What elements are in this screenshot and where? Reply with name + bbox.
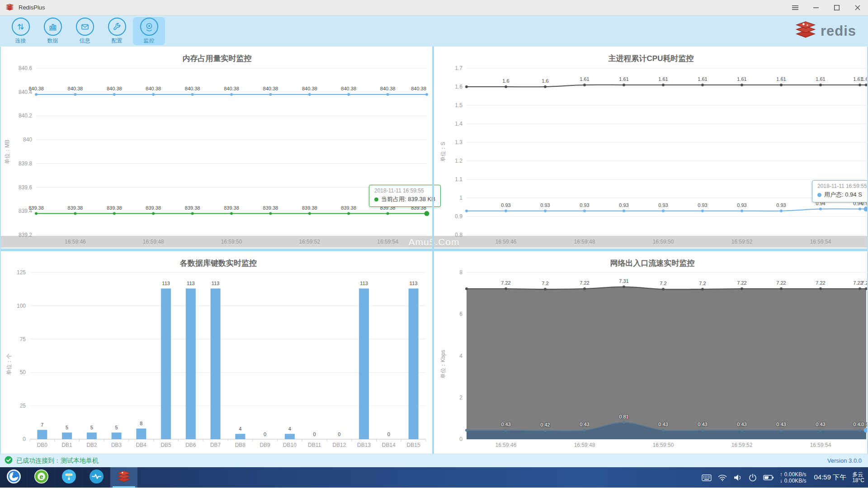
toolbar-button-connect[interactable]: 连接: [5, 17, 37, 45]
svg-text:7.31: 7.31: [619, 278, 628, 284]
clock[interactable]: 04:59 下午: [814, 473, 846, 482]
svg-text:7: 7: [41, 422, 43, 427]
db-keys-chart-panel[interactable]: 各数据库键数实时监控1251007550250单位：个DB07DB15DB25D…: [1, 251, 432, 454]
network-speed[interactable]: ↑0.00KB/s ↓0.00KB/s: [780, 471, 807, 484]
svg-text:16:59:46: 16:59:46: [495, 442, 517, 448]
taskbar-app-system-monitor[interactable]: [83, 467, 110, 488]
cpu-chart-panel[interactable]: 2018-11-11 16:59:55 用户态: 0.94 S 主进程累计CPU…: [434, 47, 867, 249]
svg-text:7.22: 7.22: [737, 280, 746, 286]
close-button[interactable]: [847, 0, 868, 15]
minimize-button[interactable]: [806, 0, 826, 15]
svg-text:5: 5: [115, 425, 118, 430]
toolbar-button-config[interactable]: 配置: [101, 17, 133, 45]
svg-text:839.6: 839.6: [19, 184, 32, 191]
svg-text:1.6: 1.6: [455, 84, 462, 90]
upload-arrow-icon: ↑: [780, 471, 784, 478]
svg-text:DB0: DB0: [37, 442, 48, 448]
svg-text:1.61: 1.61: [698, 76, 707, 82]
svg-text:4: 4: [239, 426, 241, 432]
svg-text:0.93: 0.93: [580, 202, 589, 208]
svg-text:839.38: 839.38: [224, 205, 239, 211]
toolbar-label: 连接: [15, 37, 26, 45]
keyboard-icon[interactable]: [702, 474, 712, 482]
svg-text:0.9: 0.9: [455, 213, 462, 220]
svg-text:16:59:50: 16:59:50: [221, 239, 242, 245]
deepin-launcher-icon: [6, 469, 21, 486]
svg-text:e: e: [39, 473, 43, 480]
toolbar-label: 信息: [80, 37, 90, 45]
svg-text:4: 4: [288, 426, 291, 432]
network-chart-panel[interactable]: 网络出入口流速实时监控86420单位：Kbps16:59:4616:59:481…: [434, 251, 867, 454]
svg-text:113: 113: [162, 281, 170, 286]
taskbar-app-deepin-launcher[interactable]: [0, 467, 27, 488]
svg-text:0.43: 0.43: [580, 422, 589, 427]
svg-text:840.38: 840.38: [263, 86, 278, 91]
battery-icon[interactable]: [763, 474, 774, 481]
svg-text:839.38: 839.38: [302, 205, 317, 211]
svg-text:8: 8: [140, 421, 142, 426]
svg-text:0.43: 0.43: [861, 422, 867, 427]
svg-text:1.61: 1.61: [658, 76, 668, 82]
active-app-indicator: [113, 486, 135, 488]
window-menu-button[interactable]: [785, 0, 806, 15]
svg-text:100: 100: [17, 303, 26, 309]
weather-temperature: 18°C: [852, 478, 864, 483]
svg-text:7.22: 7.22: [501, 280, 510, 286]
taskbar-app-redisplus[interactable]: [110, 467, 137, 488]
svg-text:1.61: 1.61: [861, 76, 867, 82]
toolbar-button-monitor[interactable]: 监控: [133, 17, 165, 45]
system-tray: ↑0.00KB/s ↓0.00KB/s 04:59 下午 多云 18°C: [702, 467, 868, 488]
column-divider: [432, 47, 434, 454]
redis-brand: redis: [795, 15, 856, 47]
svg-text:0.93: 0.93: [698, 202, 707, 208]
maximize-button[interactable]: [826, 0, 847, 15]
svg-text:840.38: 840.38: [224, 86, 239, 91]
svg-text:75: 75: [20, 336, 26, 343]
volume-icon[interactable]: [733, 474, 742, 482]
memory-chart-panel[interactable]: 2018-11-11 16:59:55 当前占用: 839.38 KB 内存占用…: [1, 47, 432, 249]
taskbar-app-file-manager[interactable]: [55, 467, 82, 488]
svg-text:839.8: 839.8: [19, 160, 32, 167]
svg-text:1.5: 1.5: [455, 102, 462, 108]
svg-text:113: 113: [212, 281, 220, 286]
svg-text:DB12: DB12: [332, 442, 346, 448]
svg-text:50: 50: [20, 369, 26, 375]
svg-text:16:59:48: 16:59:48: [574, 442, 595, 448]
monitor-dashboard: Amu5.Com 2018-11-11 16:59:55 当前占用: 839.3…: [0, 47, 868, 454]
svg-text:840.38: 840.38: [341, 86, 356, 91]
svg-text:840.38: 840.38: [380, 86, 396, 91]
svg-text:5: 5: [90, 425, 93, 430]
svg-text:125: 125: [17, 269, 26, 276]
svg-text:0: 0: [23, 436, 26, 442]
svg-text:4: 4: [459, 353, 462, 359]
svg-text:DB9: DB9: [259, 442, 270, 448]
taskbar-app-green-browser[interactable]: e: [28, 467, 55, 488]
wrench-icon: [108, 18, 126, 36]
power-icon[interactable]: [748, 473, 757, 482]
svg-text:0.93: 0.93: [776, 202, 786, 208]
svg-text:16:59:48: 16:59:48: [574, 239, 595, 245]
wifi-icon[interactable]: [717, 474, 727, 482]
svg-text:1: 1: [459, 195, 462, 201]
svg-text:DB5: DB5: [160, 442, 171, 448]
svg-text:840.38: 840.38: [28, 86, 44, 91]
toolbar-label: 配置: [112, 37, 123, 45]
upload-speed: 0.00KB/s: [784, 471, 807, 478]
toolbar-button-info[interactable]: 信息: [69, 17, 101, 45]
green-browser-icon: e: [34, 469, 49, 486]
toolbar-button-data[interactable]: 数据: [37, 17, 69, 45]
svg-text:840.38: 840.38: [411, 86, 426, 91]
download-speed: 0.00KB/s: [784, 478, 807, 484]
svg-text:单位：Kbps: 单位：Kbps: [440, 350, 446, 378]
weather-widget[interactable]: 多云 18°C: [852, 472, 864, 483]
svg-text:0.43: 0.43: [658, 422, 668, 427]
svg-text:840.38: 840.38: [146, 86, 161, 91]
tooltip-timestamp: 2018-11-11 16:59:55: [374, 188, 435, 194]
tooltip-timestamp: 2018-11-11 16:59:55: [817, 183, 867, 189]
svg-text:单位：S: 单位：S: [440, 142, 446, 162]
toolbar: 连接 数据 信息 配置: [0, 15, 868, 47]
webcam-icon: [140, 18, 158, 36]
svg-text:1.61: 1.61: [737, 76, 746, 82]
svg-text:0: 0: [264, 432, 266, 437]
cpu-chart-tooltip: 2018-11-11 16:59:55 用户态: 0.94 S: [812, 180, 868, 202]
